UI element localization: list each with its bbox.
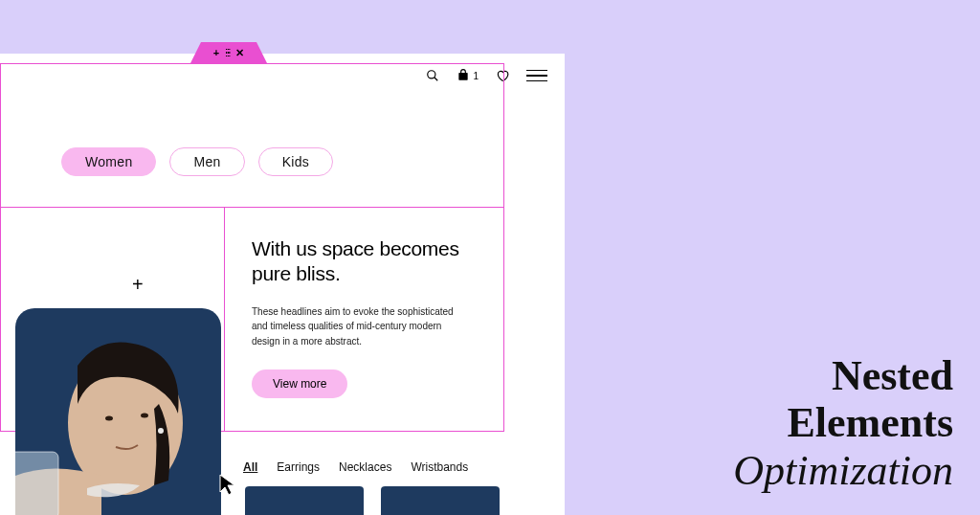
product-thumb[interactable]	[245, 486, 364, 515]
category-tab-kids[interactable]: Kids	[258, 147, 333, 176]
hero-image[interactable]	[15, 308, 221, 515]
add-element-icon[interactable]: +	[132, 274, 144, 296]
promo-line-1: Nested	[733, 352, 953, 399]
category-tab-men[interactable]: Men	[169, 147, 244, 176]
product-thumbnails	[245, 486, 500, 515]
svg-line-1	[434, 78, 438, 81]
cart-count: 1	[473, 71, 479, 81]
subcat-all[interactable]: All	[243, 460, 257, 474]
cart-button[interactable]: 1	[457, 69, 479, 82]
menu-icon[interactable]	[526, 70, 547, 82]
svg-rect-2	[459, 73, 468, 80]
hero-body: These headlines aim to evoke the sophist…	[252, 304, 472, 349]
wishlist-icon[interactable]	[496, 69, 509, 82]
delete-section-icon[interactable]: ✕	[235, 47, 244, 59]
svg-point-6	[141, 414, 148, 418]
hero-headline: With us space becomes pure bliss.	[252, 236, 481, 287]
subcat-wristbands[interactable]: Wristbands	[411, 460, 468, 474]
product-thumb[interactable]	[381, 486, 500, 515]
svg-point-0	[428, 71, 435, 78]
hero-text-block: With us space becomes pure bliss. These …	[224, 208, 504, 432]
add-section-icon[interactable]: +	[213, 47, 219, 58]
view-more-button[interactable]: View more	[252, 369, 347, 398]
promo-headline: Nested Elements Optimization	[733, 352, 953, 494]
svg-point-5	[105, 416, 113, 421]
promo-line-2: Elements	[733, 399, 953, 446]
promo-line-3: Optimization	[733, 447, 953, 494]
cursor-icon	[218, 473, 237, 500]
search-icon[interactable]	[426, 69, 439, 82]
subcat-earrings[interactable]: Earrings	[277, 460, 320, 474]
design-canvas: + :::::: ✕ 1 Women Men Kids With us spac…	[0, 54, 565, 515]
category-tabs: Women Men Kids	[61, 147, 333, 176]
svg-point-7	[158, 428, 164, 434]
category-tab-women[interactable]: Women	[61, 147, 156, 176]
subcategory-tabs: All Earrings Necklaces Wristbands	[243, 460, 468, 474]
section-editor-tab[interactable]: + :::::: ✕	[201, 42, 256, 63]
subcat-necklaces[interactable]: Necklaces	[339, 460, 391, 474]
svg-rect-8	[15, 452, 58, 515]
header-toolbar: 1	[426, 69, 547, 82]
drag-handle-icon[interactable]: ::::::	[225, 49, 230, 56]
